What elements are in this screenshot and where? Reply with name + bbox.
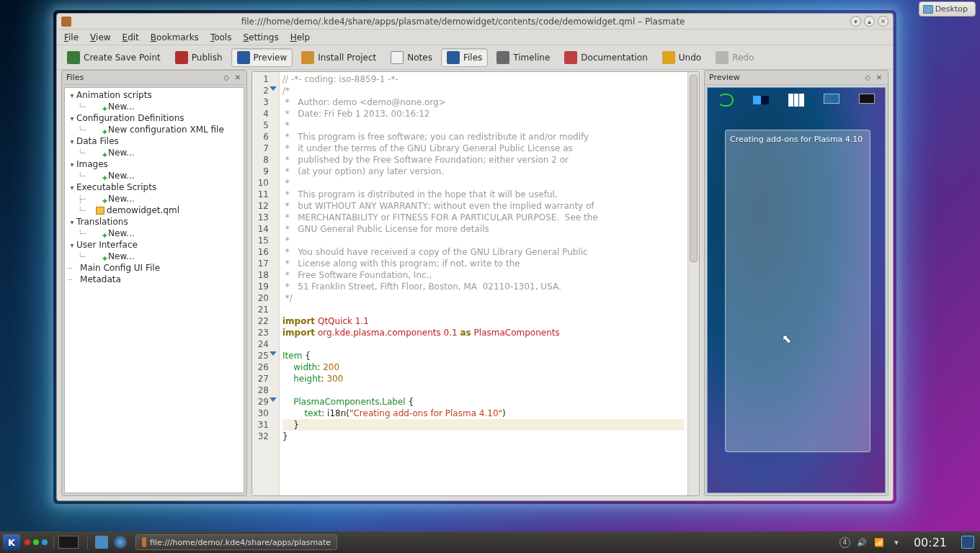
files-panel: Files ◇ ✕ ▾Animation scripts└─ New...▾Co… xyxy=(61,70,247,496)
tree-item[interactable]: └─ New... xyxy=(65,228,244,239)
preview-viewport: Creating add-ons for Plasma 4.10 ⬉ xyxy=(707,87,886,493)
maximize-button[interactable]: ▴ xyxy=(864,16,875,27)
bars-icon[interactable] xyxy=(788,94,804,107)
redo-button[interactable]: Redo xyxy=(710,48,760,67)
undo-button[interactable]: Undo xyxy=(656,48,707,67)
tree-item[interactable]: ─ Main Config UI File xyxy=(65,262,244,274)
tree-item[interactable]: ▾Translations xyxy=(65,216,244,228)
files-panel-title: Files xyxy=(66,73,84,82)
cursor-icon: ⬉ xyxy=(782,332,791,346)
editor-scrollbar[interactable] xyxy=(687,72,699,495)
taskbar-clock[interactable]: 00:21 xyxy=(908,536,953,549)
notes-icon xyxy=(391,51,404,64)
dolphin-launcher[interactable] xyxy=(95,536,108,549)
undo-icon xyxy=(662,51,675,64)
install-icon xyxy=(301,51,314,64)
tree-item[interactable]: ▾Images xyxy=(65,158,244,170)
tree-item[interactable]: └─ New configuration XML file xyxy=(65,124,244,135)
tray-expand-icon[interactable]: ▾ xyxy=(891,536,902,548)
preview-widget-text: Creating add-ons for Plasma 4.10 xyxy=(730,135,863,144)
refresh-icon[interactable] xyxy=(718,94,734,107)
desktop-switcher-button[interactable]: Desktop xyxy=(919,1,976,17)
taskbar[interactable]: K file:///home/demo/.kde4/share/apps/pla… xyxy=(0,531,980,553)
panel-close-button[interactable]: ✕ xyxy=(233,73,242,82)
preview-panel-title: Preview xyxy=(709,73,740,82)
publish-button[interactable]: Publish xyxy=(169,48,228,67)
battery-icon[interactable] xyxy=(753,96,769,104)
code-area[interactable]: // -*- coding: iso-8859-1 -*-/* * Author… xyxy=(280,72,687,495)
task-plasmate[interactable]: file:///home/demo/.kde4/share/apps/plasm… xyxy=(135,534,337,550)
preview-panel: Preview ◇ ✕ Creating add-ons for Plasma … xyxy=(704,70,888,496)
publish-icon xyxy=(175,51,188,64)
preview-button[interactable]: Preview xyxy=(231,48,293,67)
scrollbar-thumb[interactable] xyxy=(690,75,698,262)
tree-item[interactable]: ▾User Interface xyxy=(65,239,244,251)
menubar: File View Edit Bookmarks Tools Settings … xyxy=(57,30,893,45)
monitor-icon[interactable] xyxy=(824,94,839,104)
task-title: file:///home/demo/.kde4/share/apps/plasm… xyxy=(150,538,331,547)
tree-item[interactable]: └─ New... xyxy=(65,101,244,112)
tray-volume-icon[interactable]: 🔊 xyxy=(856,536,868,548)
save-icon xyxy=(67,51,80,64)
menu-file[interactable]: File xyxy=(64,32,79,42)
timeline-icon xyxy=(496,51,509,64)
minimize-button[interactable]: ▾ xyxy=(850,16,861,27)
panel-float-button[interactable]: ◇ xyxy=(222,73,231,82)
panel-close-button[interactable]: ✕ xyxy=(875,73,883,82)
tree-item[interactable]: ▾Configuration Definitions xyxy=(65,112,244,124)
redo-icon xyxy=(716,51,729,64)
terminal-icon[interactable] xyxy=(859,94,875,104)
browser-launcher[interactable] xyxy=(114,536,127,549)
menu-bookmarks[interactable]: Bookmarks xyxy=(151,32,199,42)
menu-tools[interactable]: Tools xyxy=(210,32,232,42)
window-title: file:///home/demo/.kde4/share/apps/plasm… xyxy=(76,17,850,27)
tree-item[interactable]: ─ Metadata xyxy=(65,274,244,285)
main-window: file:///home/demo/.kde4/share/apps/plasm… xyxy=(56,13,894,501)
close-button[interactable]: ✕ xyxy=(878,16,888,27)
task-app-icon xyxy=(142,537,146,547)
install-project-button[interactable]: Install Project xyxy=(295,48,382,67)
tray-updates-icon[interactable]: 4 xyxy=(839,537,850,548)
titlebar[interactable]: file:///home/demo/.kde4/share/apps/plasm… xyxy=(57,14,893,30)
activity-dot-blue[interactable] xyxy=(42,539,48,545)
menu-edit[interactable]: Edit xyxy=(122,32,139,42)
notes-button[interactable]: Notes xyxy=(385,48,438,67)
tree-item[interactable]: └─ New... xyxy=(65,147,244,158)
tree-item[interactable]: ▾Animation scripts xyxy=(65,89,244,101)
tree-item[interactable]: ▾Executable Scripts xyxy=(65,181,244,193)
menu-help[interactable]: Help xyxy=(290,32,310,42)
documentation-icon xyxy=(564,51,577,64)
create-save-point-button[interactable]: Create Save Point xyxy=(61,48,166,67)
files-icon xyxy=(447,51,460,64)
tree-item[interactable]: ▾Data Files xyxy=(65,135,244,147)
app-icon xyxy=(61,17,71,27)
preview-widget: Creating add-ons for Plasma 4.10 ⬉ xyxy=(725,130,870,452)
menu-view[interactable]: View xyxy=(90,32,110,42)
activity-dot-red[interactable] xyxy=(24,539,30,545)
line-gutter: 1234567891011121314151617181920212223242… xyxy=(252,72,280,495)
tree-item[interactable]: └─ demowidget.qml xyxy=(65,204,244,216)
tree-item[interactable]: ├─ New... xyxy=(65,193,244,204)
preview-icon xyxy=(237,51,250,64)
kickoff-launcher[interactable]: K xyxy=(3,534,20,550)
timeline-button[interactable]: Timeline xyxy=(491,48,556,67)
files-button[interactable]: Files xyxy=(441,48,488,67)
tree-item[interactable]: └─ New... xyxy=(65,251,244,262)
show-desktop-button[interactable] xyxy=(961,536,974,549)
menu-settings[interactable]: Settings xyxy=(243,32,278,42)
panel-float-button[interactable]: ◇ xyxy=(863,73,872,82)
pager[interactable] xyxy=(58,536,79,549)
tray-network-icon[interactable]: 📶 xyxy=(873,536,885,548)
documentation-button[interactable]: Documentation xyxy=(558,48,654,67)
toolbar: Create Save Point Publish Preview Instal… xyxy=(57,45,893,70)
file-tree[interactable]: ▾Animation scripts└─ New...▾Configuratio… xyxy=(64,87,244,493)
code-editor[interactable]: 1234567891011121314151617181920212223242… xyxy=(251,71,700,496)
tree-item[interactable]: └─ New... xyxy=(65,170,244,181)
activity-dot-green[interactable] xyxy=(33,539,39,545)
